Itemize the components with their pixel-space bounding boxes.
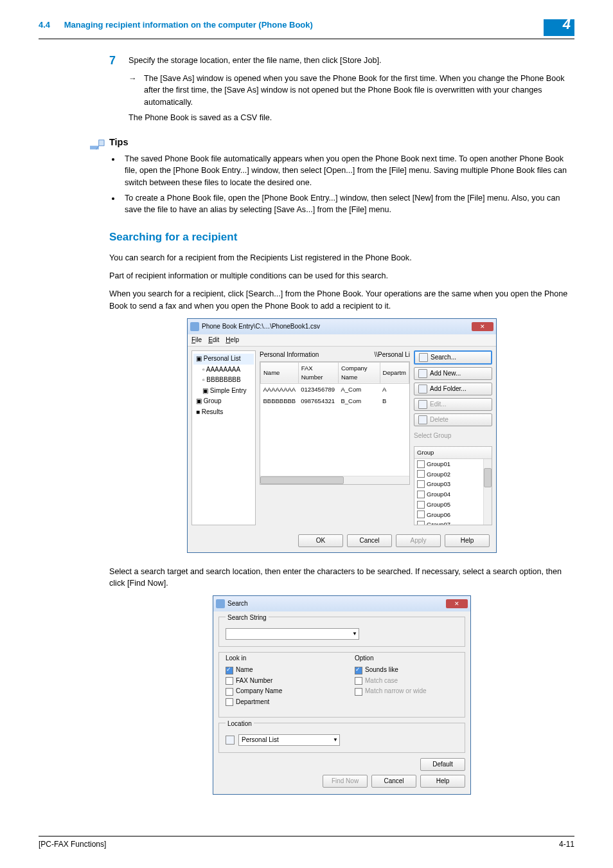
group-label: Group06	[427, 511, 450, 520]
edit-button[interactable]: Edit...	[414, 398, 492, 411]
checkbox-icon[interactable]	[417, 491, 425, 498]
svg-rect-2	[99, 140, 104, 146]
ok-button[interactable]: OK	[298, 534, 343, 547]
group-item[interactable]: Group02	[414, 469, 492, 480]
group-item[interactable]: Group04	[414, 489, 492, 500]
add-folder-button[interactable]: Add Folder...	[414, 383, 492, 395]
tip-item-1: The saved Phone Book file automatically …	[121, 153, 574, 188]
recipient-table[interactable]: Name FAX Number Company Name Departm AAA…	[260, 361, 410, 485]
search-titlebar[interactable]: Search ✕	[213, 596, 470, 611]
tree-panel[interactable]: ▣ Personal List ▫ AAAAAAAA ▫ BBBBBBBB ▣ …	[191, 350, 256, 525]
option-sounds-like[interactable]: Sounds like	[355, 665, 458, 675]
chevron-down-icon: ▼	[333, 736, 338, 744]
group-item[interactable]: Group03	[414, 479, 492, 489]
opt-label: Company Name	[236, 687, 282, 696]
col-dept[interactable]: Departm	[380, 362, 409, 383]
cell-name: BBBBBBBB	[261, 395, 299, 408]
group-label: Group04	[427, 490, 450, 499]
page-footer: [PC-FAX Functions] 4-11	[39, 836, 574, 850]
lookin-company[interactable]: Company Name	[226, 687, 329, 696]
group-item[interactable]: Group05	[414, 500, 492, 510]
cell-fax: 0987654321	[298, 395, 338, 408]
opt-label: Sounds like	[365, 665, 398, 675]
delete-button[interactable]: Delete	[414, 413, 492, 426]
close-icon[interactable]: ✕	[446, 599, 468, 608]
tree-personal-list[interactable]: ▣ Personal List	[193, 354, 254, 365]
cell-name: AAAAAAAA	[261, 383, 299, 395]
location-legend: Location	[226, 719, 254, 729]
menu-help[interactable]: Help	[226, 336, 239, 345]
search-cancel-button[interactable]: Cancel	[371, 775, 416, 788]
vertical-scrollbar[interactable]	[483, 459, 492, 525]
opt-label: Match narrow or wide	[365, 687, 427, 696]
tree-item-a[interactable]: ▫ AAAAAAAA	[193, 365, 254, 375]
delete-icon	[418, 415, 427, 424]
checkbox-icon[interactable]	[417, 460, 425, 468]
ok-label: OK	[316, 536, 325, 546]
group-item[interactable]: Group07	[414, 520, 492, 524]
checkbox-icon[interactable]	[417, 480, 425, 488]
help-label: Help	[461, 536, 474, 546]
checkbox-icon[interactable]	[226, 688, 233, 696]
tips-list: The saved Phone Book file automatically …	[109, 153, 574, 215]
menubar: File Edit Help	[188, 334, 496, 347]
group-item[interactable]: Group06	[414, 510, 492, 520]
checkbox-icon[interactable]	[417, 501, 425, 509]
close-icon[interactable]: ✕	[472, 322, 493, 331]
group-panel: Group Group01 Group02 Group03 Group04 Gr…	[414, 446, 492, 525]
tree-item-b[interactable]: ▫ BBBBBBBB	[193, 375, 254, 386]
location-combo[interactable]: Personal List ▼	[238, 734, 340, 746]
find-now-button[interactable]: Find Now	[323, 775, 368, 788]
menu-file[interactable]: File	[191, 336, 202, 345]
delete-label: Delete	[430, 415, 449, 425]
group-label: Group02	[427, 470, 450, 479]
default-button[interactable]: Default	[420, 758, 465, 771]
edit-label: Edit...	[430, 400, 447, 410]
table-row[interactable]: BBBBBBBB 0987654321 B_Com B	[261, 395, 409, 408]
footer-right: 4-11	[559, 839, 574, 850]
checkbox-icon[interactable]	[417, 521, 425, 525]
group-item[interactable]: Group01	[414, 459, 492, 469]
option-narrow-wide[interactable]: Match narrow or wide	[355, 687, 458, 696]
checkbox-icon[interactable]	[355, 667, 362, 674]
checkbox-icon[interactable]	[417, 470, 425, 478]
lookin-dept[interactable]: Department	[226, 698, 329, 707]
tree-group[interactable]: ▣ Group	[193, 396, 254, 407]
search-button[interactable]: Search...	[414, 350, 492, 365]
chevron-down-icon: ▼	[352, 630, 357, 638]
tree-simple-entry[interactable]: ▣ Simple Entry	[193, 386, 254, 397]
section-number: 4.4	[39, 20, 50, 30]
horizontal-scrollbar[interactable]	[260, 476, 409, 484]
option-label: Option	[355, 654, 458, 664]
cancel-button[interactable]: Cancel	[347, 534, 392, 547]
col-company[interactable]: Company Name	[338, 362, 380, 383]
search-string-combo[interactable]: ▼	[226, 628, 359, 640]
tip-item-2: To create a Phone Book file, open the [P…	[121, 192, 574, 216]
checkbox-icon[interactable]	[226, 698, 233, 706]
table-row[interactable]: AAAAAAAA 0123456789 A_Com A	[261, 383, 409, 395]
checkbox-icon[interactable]	[355, 688, 362, 696]
search-help-button[interactable]: Help	[420, 775, 465, 788]
footer-left: [PC-FAX Functions]	[39, 839, 106, 850]
help-button[interactable]: Help	[445, 534, 490, 547]
opt-label: Name	[236, 665, 253, 675]
apply-label: Apply	[410, 536, 426, 546]
window-titlebar[interactable]: Phone Book Entry\C:\…\PhoneBook1.csv ✕	[188, 319, 496, 334]
add-new-button[interactable]: Add New...	[414, 367, 492, 380]
lookin-name[interactable]: Name	[226, 665, 329, 675]
lookin-fax[interactable]: FAX Number	[226, 676, 329, 686]
col-fax[interactable]: FAX Number	[298, 362, 338, 383]
menu-edit[interactable]: Edit	[208, 336, 219, 345]
checkbox-icon[interactable]	[226, 677, 233, 685]
option-match-case[interactable]: Match case	[355, 676, 458, 686]
checkbox-icon[interactable]	[417, 511, 425, 518]
add-new-label: Add New...	[430, 369, 461, 379]
apply-button[interactable]: Apply	[396, 534, 441, 547]
folder-icon	[226, 736, 235, 745]
tree-results[interactable]: ■ Results	[193, 407, 254, 418]
col-name[interactable]: Name	[261, 362, 299, 383]
checkbox-icon[interactable]	[355, 677, 362, 685]
checkbox-icon[interactable]	[226, 667, 233, 674]
searching-p1: You can search for a recipient from the …	[109, 252, 574, 264]
cancel-label: Cancel	[359, 536, 379, 546]
